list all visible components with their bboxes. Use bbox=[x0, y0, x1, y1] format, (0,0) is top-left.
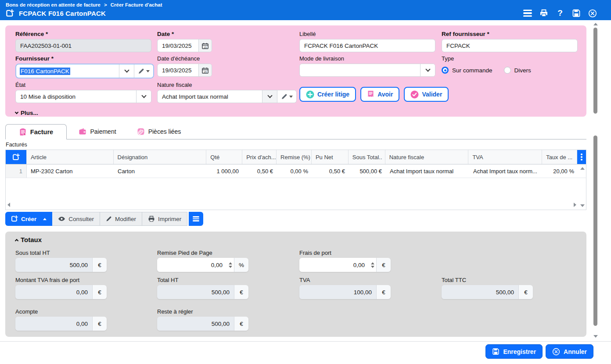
print-icon[interactable] bbox=[539, 9, 548, 18]
cell-qte[interactable]: 1 000,00 bbox=[207, 164, 243, 178]
create-document-icon bbox=[6, 9, 14, 18]
date-input[interactable]: 19/03/2025 15 bbox=[157, 39, 212, 52]
mode-livraison-dropdown-icon[interactable] bbox=[420, 64, 435, 76]
field-frais-port: Frais de port 0,00 € bbox=[299, 250, 442, 272]
invoice-lines-table: Article Désignation Qté Prix d'ach... Re… bbox=[5, 150, 586, 210]
col-header-pu-net[interactable]: Pu Net bbox=[312, 150, 349, 164]
imprimer-button[interactable]: Imprimer bbox=[142, 212, 187, 226]
col-header-designation[interactable]: Désignation bbox=[114, 150, 207, 164]
check-circle-icon bbox=[410, 90, 419, 99]
radio-sur-commande-icon[interactable] bbox=[442, 67, 449, 74]
tab-paiement[interactable]: Paiement bbox=[67, 124, 128, 139]
table-row[interactable]: 1 MP-2302 Carton Carton 1 000,00 0,50 € … bbox=[6, 164, 586, 178]
cell-sous-total[interactable]: 500,00 € bbox=[349, 164, 386, 178]
page-title: FCPACK F016 CartonPACK bbox=[19, 10, 106, 17]
remise-pied-input[interactable]: 0,00 % bbox=[157, 258, 248, 272]
enregistrer-button[interactable]: Enregistrer bbox=[485, 344, 543, 359]
fournisseur-dropdown-icon[interactable] bbox=[119, 64, 134, 78]
table-scroll-right-icon[interactable] bbox=[574, 203, 576, 207]
nature-fiscale-combobox[interactable]: Achat Import taux normal bbox=[157, 90, 277, 103]
cell-pu-net[interactable]: 0,50 € bbox=[312, 164, 349, 178]
scroll-up-icon[interactable] bbox=[593, 23, 598, 25]
annuler-button[interactable]: Annuler bbox=[546, 344, 593, 359]
col-header-remise[interactable]: Remise (%) bbox=[277, 150, 312, 164]
acompte-input: 0,00 € bbox=[15, 317, 107, 331]
save-icon[interactable] bbox=[572, 9, 581, 18]
col-header-tva[interactable]: TVA bbox=[468, 150, 542, 164]
modifier-button[interactable]: Modifier bbox=[100, 212, 142, 226]
date-label: Date * bbox=[157, 31, 299, 37]
cell-nature-fiscale[interactable]: Achat Import taux normal bbox=[386, 164, 469, 178]
ref-fournisseur-input[interactable]: FCPACK bbox=[442, 39, 578, 52]
consulter-button[interactable]: Consulter bbox=[52, 212, 100, 226]
type-radio-group: Sur commande Divers bbox=[442, 64, 583, 77]
close-icon[interactable] bbox=[588, 9, 597, 18]
footer-bar: Enregistrer Annuler bbox=[0, 341, 611, 364]
cell-prix-achat[interactable]: 0,50 € bbox=[243, 164, 277, 178]
etat-combobox[interactable]: 10 Mise à disposition bbox=[15, 90, 151, 103]
field-total-ttc: Total TTC 500,00 € bbox=[442, 277, 583, 299]
date-echeance-label: Date d'échéance bbox=[157, 55, 299, 62]
scroll-down-icon[interactable] bbox=[593, 335, 598, 338]
cell-taux[interactable]: 20,00 % bbox=[543, 164, 578, 178]
radio-divers[interactable]: Divers bbox=[504, 67, 531, 74]
plus-expander[interactable]: Plus... bbox=[15, 110, 586, 116]
cell-remise[interactable]: 0,00 % bbox=[277, 164, 312, 178]
column-options-button[interactable] bbox=[577, 150, 586, 164]
totaux-panel: Totaux Sous total HT 500,00 € Remise Pie… bbox=[5, 232, 586, 337]
breadcrumb: Bons de réception en attente de facture … bbox=[6, 2, 162, 7]
libelle-input[interactable]: FCPACK F016 CartonPACK bbox=[299, 39, 435, 52]
total-ht-label: Total HT bbox=[157, 277, 299, 283]
tva-unit: € bbox=[376, 285, 391, 299]
date-echeance-input[interactable]: 19/03/2025 15 bbox=[157, 64, 212, 77]
date-echeance-calendar-icon[interactable]: 15 bbox=[198, 64, 212, 76]
more-actions-button[interactable] bbox=[189, 212, 203, 226]
field-date: Date * 19/03/2025 15 bbox=[157, 31, 299, 52]
radio-divers-icon[interactable] bbox=[504, 67, 511, 74]
table-scroll-down-icon[interactable] bbox=[580, 204, 585, 207]
date-calendar-icon[interactable]: 15 bbox=[198, 39, 212, 52]
menu-icon[interactable] bbox=[523, 9, 532, 18]
table-header-row: Article Désignation Qté Prix d'ach... Re… bbox=[6, 150, 586, 164]
col-header-qte[interactable]: Qté bbox=[206, 150, 242, 164]
cell-tva[interactable]: Achat Import taux norm... bbox=[469, 164, 543, 178]
total-ttc-unit: € bbox=[518, 285, 533, 299]
nature-fiscale-dropdown-icon[interactable] bbox=[262, 90, 277, 103]
col-header-prix-achat[interactable]: Prix d'ach... bbox=[242, 150, 277, 164]
top-bar: Bons de réception en attente de facture … bbox=[0, 0, 611, 20]
scrollbar-thumb-top[interactable] bbox=[593, 28, 597, 114]
scrollbar-thumb-main[interactable] bbox=[593, 136, 597, 326]
mode-livraison-combobox[interactable] bbox=[299, 64, 435, 77]
tab-pieces-liees[interactable]: Pièces liées bbox=[128, 124, 190, 139]
page-scrollbar[interactable] bbox=[592, 22, 600, 339]
field-tva: TVA 100,00 € bbox=[299, 277, 442, 299]
totaux-expander[interactable]: Totaux bbox=[15, 236, 586, 243]
col-header-nature-fiscale[interactable]: Nature fiscale bbox=[385, 150, 469, 164]
creer-split-caret-icon[interactable] bbox=[43, 218, 47, 220]
table-scroll-up-icon[interactable] bbox=[580, 167, 585, 170]
cell-article[interactable]: MP-2302 Carton bbox=[27, 164, 114, 178]
help-icon[interactable]: ? bbox=[556, 9, 564, 18]
add-line-button[interactable] bbox=[6, 150, 27, 164]
creer-button[interactable]: Créer bbox=[5, 212, 52, 226]
avoir-button[interactable]: Avoir bbox=[360, 87, 399, 102]
fournisseur-edit-button[interactable] bbox=[134, 64, 153, 78]
breadcrumb-item-reception[interactable]: Bons de réception en attente de facture bbox=[6, 2, 101, 7]
nature-fiscale-edit-button[interactable] bbox=[277, 90, 297, 103]
frais-port-spinner[interactable] bbox=[369, 258, 376, 272]
tab-facture[interactable]: Facture bbox=[5, 124, 67, 139]
etat-dropdown-icon[interactable] bbox=[136, 90, 151, 103]
col-header-taux[interactable]: Taux de ... bbox=[542, 150, 577, 164]
table-scroll-left-icon[interactable] bbox=[7, 203, 10, 207]
creer-litige-button[interactable]: Créer litige bbox=[299, 87, 356, 102]
cell-designation[interactable]: Carton bbox=[114, 164, 207, 178]
fournisseur-combobox[interactable]: F016 CartonPACK bbox=[15, 64, 154, 79]
remise-pied-spinner[interactable] bbox=[227, 258, 234, 272]
col-header-article[interactable]: Article bbox=[27, 150, 114, 164]
radio-sur-commande[interactable]: Sur commande bbox=[442, 67, 492, 74]
field-ref-fournisseur: Ref fournisseur * FCPACK bbox=[442, 31, 583, 52]
receipt-icon bbox=[367, 90, 374, 98]
col-header-sous-total[interactable]: Sous Total.. bbox=[349, 150, 385, 164]
valider-button[interactable]: Valider bbox=[404, 87, 449, 102]
frais-port-input[interactable]: 0,00 € bbox=[299, 258, 391, 272]
